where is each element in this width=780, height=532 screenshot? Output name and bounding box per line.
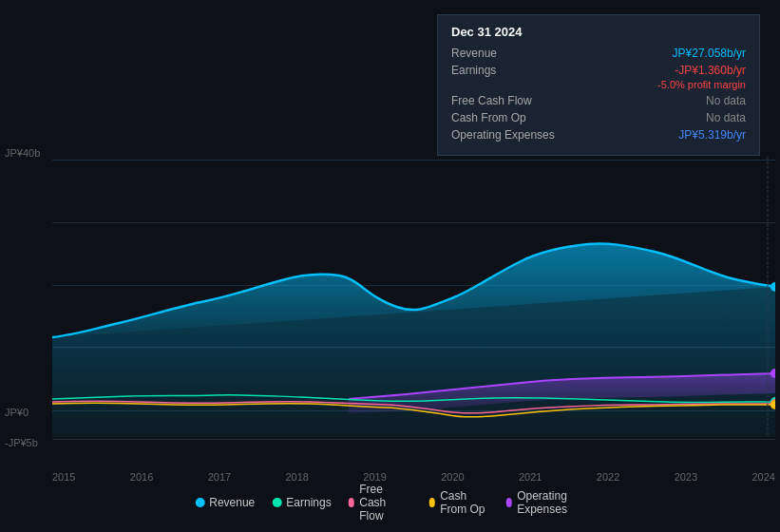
legend-dot-fcf (349, 498, 355, 507)
x-label-2021: 2021 (519, 471, 542, 483)
x-label-2018: 2018 (285, 471, 308, 483)
legend-label-revenue: Revenue (209, 496, 255, 509)
legend-earnings[interactable]: Earnings (272, 496, 331, 509)
tooltip-revenue-value: JP¥27.058b/yr (673, 47, 746, 60)
y-axis-top: JP¥40b (5, 147, 40, 159)
legend-label-fcf: Free Cash Flow (359, 483, 411, 522)
legend-dot-revenue (195, 498, 204, 507)
tooltip-cashop-row: Cash From Op No data (451, 111, 746, 124)
x-label-2019: 2019 (363, 471, 386, 483)
tooltip-earnings-row: Earnings -JP¥1.360b/yr (451, 64, 746, 77)
x-label-2015: 2015 (52, 471, 75, 483)
legend-cashop[interactable]: Cash From Op (429, 489, 489, 516)
tooltip-card: Dec 31 2024 Revenue JP¥27.058b/yr Earnin… (437, 14, 760, 156)
tooltip-fcf-row: Free Cash Flow No data (451, 94, 746, 107)
x-label-2022: 2022 (597, 471, 619, 483)
tooltip-opex-row: Operating Expenses JP¥5.319b/yr (451, 128, 746, 142)
y-axis-neg: -JP¥5b (5, 437, 38, 448)
tooltip-revenue-label: Revenue (451, 47, 565, 60)
x-label-2017: 2017 (208, 471, 231, 483)
grid-line-neg (52, 439, 775, 440)
tooltip-fcf-label: Free Cash Flow (451, 94, 565, 107)
tooltip-profit-margin: -5.0% profit margin (451, 79, 746, 90)
x-axis: 2015 2016 2017 2018 2019 2020 2021 2022 … (52, 471, 775, 483)
x-label-2016: 2016 (130, 471, 153, 483)
tooltip-opex-label: Operating Expenses (451, 128, 565, 142)
tooltip-date: Dec 31 2024 (451, 25, 746, 39)
chart-svg (52, 157, 775, 437)
x-label-2020: 2020 (441, 471, 464, 483)
legend-dot-cashop (429, 498, 436, 507)
legend-label-opex: Operating Expenses (517, 489, 585, 516)
chart-legend: Revenue Earnings Free Cash Flow Cash Fro… (195, 483, 585, 522)
tooltip-earnings-label: Earnings (451, 64, 565, 77)
legend-label-earnings: Earnings (286, 496, 331, 509)
legend-dot-earnings (272, 498, 281, 507)
legend-dot-opex (506, 498, 513, 507)
tooltip-revenue-row: Revenue JP¥27.058b/yr (451, 47, 746, 60)
tooltip-fcf-value: No data (706, 94, 746, 107)
legend-revenue[interactable]: Revenue (195, 496, 255, 509)
x-label-2024: 2024 (751, 471, 774, 483)
tooltip-cashop-label: Cash From Op (451, 111, 565, 124)
tooltip-earnings-value: -JP¥1.360b/yr (675, 64, 746, 77)
x-label-2023: 2023 (675, 471, 697, 483)
legend-opex[interactable]: Operating Expenses (506, 489, 585, 516)
tooltip-opex-value: JP¥5.319b/yr (678, 128, 746, 142)
legend-fcf[interactable]: Free Cash Flow (349, 483, 412, 522)
y-axis-mid: JP¥0 (5, 407, 29, 418)
tooltip-cashop-value: No data (706, 111, 746, 124)
legend-label-cashop: Cash From Op (440, 489, 488, 516)
